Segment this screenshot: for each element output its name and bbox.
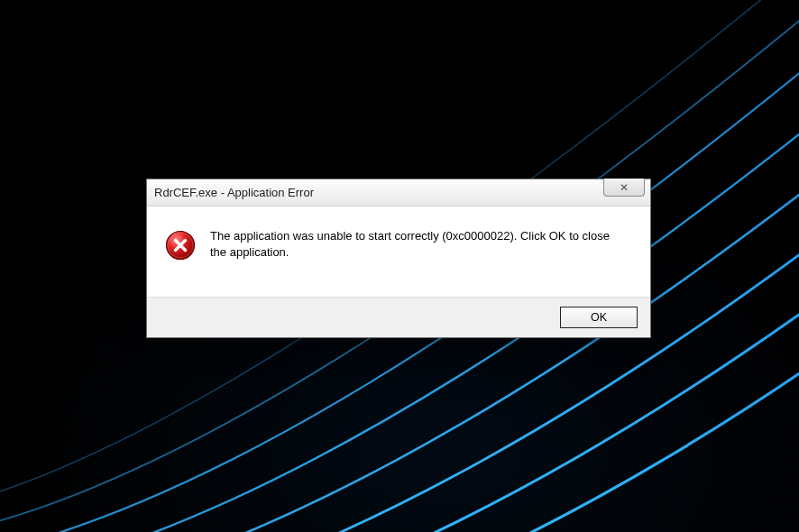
dialog-body: The application was unable to start corr… — [147, 206, 650, 297]
dialog-message: The application was unable to start corr… — [210, 228, 625, 260]
dialog-title: RdrCEF.exe - Application Error — [154, 186, 645, 199]
dialog-titlebar[interactable]: RdrCEF.exe - Application Error ✕ — [147, 179, 650, 206]
close-button[interactable]: ✕ — [603, 179, 645, 197]
ok-button[interactable]: OK — [560, 307, 638, 328]
error-icon — [165, 230, 196, 261]
close-icon: ✕ — [620, 181, 629, 194]
error-dialog: RdrCEF.exe - Application Error ✕ — [146, 179, 651, 338]
dialog-footer: OK — [147, 297, 650, 337]
